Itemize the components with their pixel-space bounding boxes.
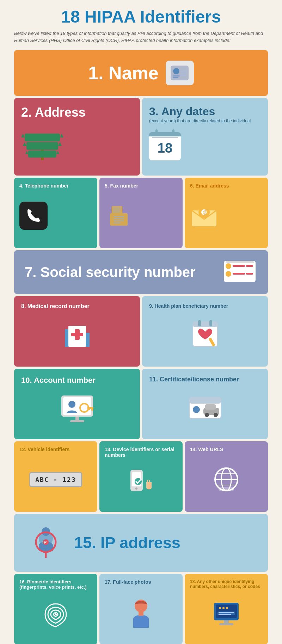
vehicle-icon: ABC - 123: [19, 452, 92, 507]
svg-rect-53: [91, 408, 93, 411]
identifier-2-label: 2. Address: [21, 105, 86, 120]
identifier-5-label: 5. Fax number: [105, 183, 138, 189]
svg-rect-39: [226, 261, 254, 263]
email-icon: @: [190, 189, 218, 243]
svg-rect-5: [180, 73, 185, 74]
svg-rect-45: [198, 320, 201, 326]
calendar-icon: 18: [149, 124, 181, 168]
identifier-10-card: 10. Account number: [14, 369, 140, 439]
fax-icon: [105, 189, 133, 243]
svg-rect-92: [219, 612, 234, 613]
svg-text:@: @: [203, 209, 208, 215]
svg-marker-17: [25, 151, 28, 154]
row-phone-fax-email: 4. Telephone number 5. Fax number: [14, 178, 268, 248]
identifiers-grid: 1. Name 2. Address: [14, 50, 268, 644]
svg-marker-16: [56, 151, 59, 154]
svg-rect-93: [219, 614, 231, 615]
address-icon: [21, 120, 63, 168]
identifier-6-card: 6. Email address @: [185, 178, 268, 248]
ip-icon: IP: [25, 521, 67, 565]
svg-rect-42: [71, 333, 83, 336]
page-subtitle: Below we've listed the 18 types of infor…: [14, 30, 268, 44]
svg-rect-15: [28, 151, 56, 158]
identifier-4-label: 4. Telephone number: [19, 183, 69, 189]
svg-rect-27: [114, 222, 121, 223]
identifier-4-card: 4. Telephone number: [14, 178, 97, 248]
identifier-17-card: 17. Full-face photos: [99, 574, 183, 644]
svg-rect-26: [114, 220, 124, 221]
svg-marker-13: [58, 142, 62, 146]
svg-rect-18: [110, 213, 128, 226]
page-container: 18 HIPAA Identifiers Below we've listed …: [0, 0, 282, 644]
row-address-dates: 2. Address: [14, 98, 268, 176]
svg-rect-24: [114, 216, 124, 217]
svg-rect-25: [114, 218, 124, 219]
identifier-10-label: 10. Account number: [21, 376, 133, 385]
identifier-8-label: 8. Medical record number: [21, 303, 133, 309]
page-title: 18 HIPAA Identifiers: [14, 7, 268, 26]
svg-point-61: [205, 413, 209, 417]
identifier-1-label: 1. Name: [88, 62, 158, 84]
account-icon: [21, 385, 133, 432]
svg-rect-34: [233, 265, 245, 267]
svg-rect-3: [173, 77, 178, 78]
svg-point-89: [219, 607, 221, 609]
biometric-icon: [19, 590, 92, 639]
svg-rect-4: [180, 70, 187, 72]
identifier-12-label: 12. Vehicle identifiers: [19, 447, 92, 452]
svg-rect-2: [173, 75, 180, 76]
svg-point-1: [173, 68, 179, 74]
svg-rect-56: [70, 420, 84, 422]
svg-point-91: [226, 607, 228, 609]
svg-point-33: [226, 263, 231, 269]
web-icon: https://www: [190, 452, 263, 507]
medical-record-icon: [21, 309, 133, 360]
identifier-14-label: 14. Web URLS: [190, 447, 263, 452]
other-icon: [190, 589, 263, 639]
certificate-icon: [149, 383, 261, 432]
device-icon: [105, 458, 177, 507]
svg-point-90: [222, 607, 225, 609]
identifier-18-card: 18. Any other unique identifying numbers…: [185, 574, 268, 644]
svg-rect-12: [26, 142, 58, 150]
svg-marker-10: [60, 134, 63, 137]
identifier-15-card: IP 15. IP address: [14, 514, 268, 572]
name-icon: [166, 61, 194, 85]
identifier-13-card: 13. Device identifiers or serial numbers: [99, 441, 183, 512]
identifier-5-card: 5. Fax number: [99, 178, 183, 248]
ssn-icon: [222, 259, 257, 285]
svg-rect-35: [246, 265, 253, 267]
svg-point-81: [55, 613, 57, 615]
identifier-1-card: 1. Name: [14, 50, 268, 96]
svg-rect-37: [233, 273, 245, 275]
svg-rect-21: [113, 209, 121, 210]
identifier-7-label: 7. Social security number: [25, 264, 196, 280]
svg-rect-83: [139, 612, 143, 616]
identifier-13-label: 13. Device identifiers or serial numbers: [105, 447, 177, 458]
identifier-17-label: 17. Full-face photos: [105, 579, 177, 585]
identifier-16-card: 16. Biometric identifiers (fingerprints,…: [14, 574, 97, 644]
identifier-2-card: 2. Address: [14, 98, 140, 176]
row-vehicle-device-web: 12. Vehicle identifiers ABC - 123 13. De…: [14, 441, 268, 512]
identifier-15-label: 15. IP address: [74, 534, 180, 552]
row-account-cert: 10. Account number: [14, 369, 268, 439]
row-bio-photo-other: 16. Biometric identifiers (fingerprints,…: [14, 574, 268, 644]
svg-point-36: [226, 271, 231, 277]
identifier-12-card: 12. Vehicle identifiers ABC - 123: [14, 441, 97, 512]
svg-rect-9: [25, 134, 60, 141]
identifier-9-label: 9. Health plan beneficiary number: [149, 303, 261, 309]
health-plan-icon: [149, 309, 261, 360]
identifier-11-card: 11. Certificate/license number: [142, 369, 268, 439]
identifier-8-card: 8. Medical record number: [14, 296, 140, 367]
phone-icon: [19, 189, 48, 243]
svg-marker-14: [23, 142, 26, 146]
identifier-7-card: 7. Social security number: [14, 250, 268, 294]
svg-rect-23: [113, 212, 121, 213]
svg-rect-6: [180, 75, 186, 76]
identifier-11-label: 11. Certificate/license number: [149, 376, 261, 383]
svg-marker-11: [21, 134, 25, 137]
identifier-18-label: 18. Any other unique identifying numbers…: [190, 579, 263, 589]
identifier-16-label: 16. Biometric identifiers (fingerprints,…: [19, 579, 92, 590]
identifier-9-card: 9. Health plan beneficiary number: [142, 296, 268, 367]
svg-point-66: [135, 487, 137, 490]
